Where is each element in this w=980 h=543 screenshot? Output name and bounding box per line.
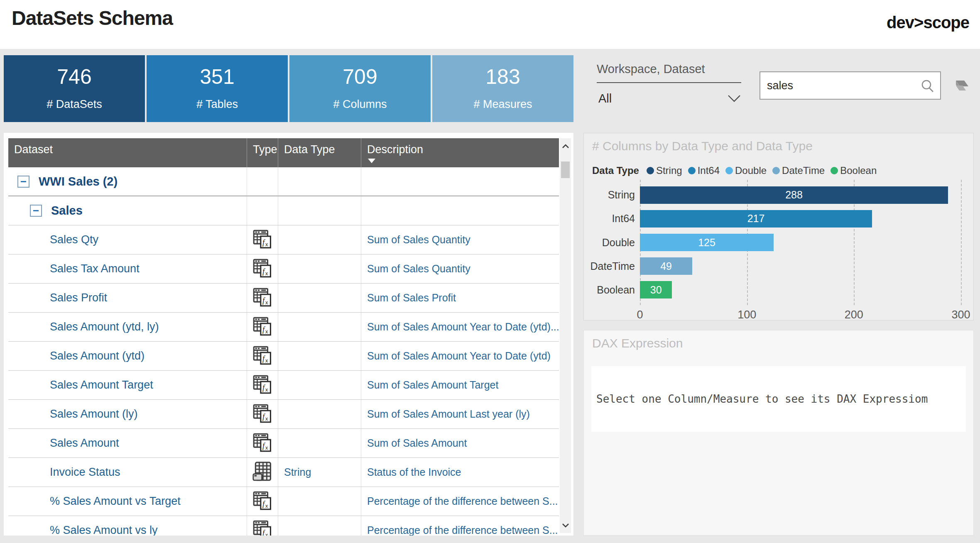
- group-name: Sales: [51, 204, 83, 218]
- category-tick-label: Double: [592, 230, 640, 254]
- legend-item-boolean[interactable]: Boolean: [831, 165, 877, 176]
- bar-value-label: 125: [698, 237, 715, 249]
- bar-int64[interactable]: 217: [640, 210, 872, 227]
- category-tick-label: String: [592, 183, 640, 207]
- legend-label: DateTime: [782, 165, 825, 176]
- slicer-title-underline: [597, 82, 741, 83]
- table-row[interactable]: Sales Amount (ly)fxSum of Sales Amount L…: [8, 400, 559, 429]
- table-row[interactable]: Invoice StatusStringStatus of the Invoic…: [8, 458, 559, 487]
- svg-text:x: x: [265, 445, 268, 450]
- table-row[interactable]: Sales Amount TargetfxSum of Sales Amount…: [8, 371, 559, 400]
- svg-text:x: x: [265, 299, 268, 305]
- table-row[interactable]: % Sales Amount vs TargetfxPercentage of …: [8, 487, 559, 516]
- bar-value-label: 49: [660, 260, 672, 272]
- column-header-data-type[interactable]: Data Type: [278, 138, 361, 167]
- chart-legend: Data Type StringInt64DoubleDateTimeBoole…: [592, 165, 877, 176]
- bar-value-label: 217: [747, 213, 765, 225]
- measure-fx-icon: fx: [252, 286, 273, 310]
- collapse-minus-icon[interactable]: [30, 205, 42, 217]
- legend-dot-icon: [688, 167, 696, 174]
- dataset-item-name: Sales Amount (ly): [50, 408, 138, 421]
- legend-label: String: [656, 165, 682, 176]
- search-icon[interactable]: [920, 79, 935, 94]
- table-row[interactable]: Sales AmountfxSum of Sales Amount: [8, 429, 559, 458]
- data-type-value: String: [284, 466, 311, 478]
- svg-text:x: x: [265, 328, 268, 334]
- measure-fx-icon: fx: [252, 489, 273, 514]
- page-title: DataSets Schema: [12, 7, 173, 29]
- kpi-value: 183: [485, 66, 520, 87]
- chart-plot-area: StringInt64DoubleDateTimeBoolean 2882171…: [592, 183, 961, 302]
- chart-title: # Columns by Data Type and Data Type: [592, 139, 813, 153]
- column-header-description[interactable]: Description: [361, 138, 559, 167]
- legend-dot-icon: [647, 167, 654, 174]
- category-tick-label: DateTime: [592, 254, 640, 278]
- table-row[interactable]: Sales QtyfxSum of Sales Quantity: [8, 225, 559, 254]
- legend-item-int64[interactable]: Int64: [688, 165, 720, 176]
- table-row[interactable]: % Sales Amount vs lyfxPercentage of the …: [8, 516, 559, 536]
- legend-dot-icon: [772, 167, 780, 174]
- dax-panel-title: DAX Expression: [592, 336, 683, 350]
- kpi-label: # Measures: [473, 98, 532, 111]
- legend-item-double[interactable]: Double: [725, 165, 767, 176]
- dax-expression-box: Select one Column/Measure to see its DAX…: [591, 366, 966, 432]
- category-tick-label: Boolean: [592, 278, 640, 302]
- scrollbar-thumb[interactable]: [561, 161, 570, 178]
- legend-item-datetime[interactable]: DateTime: [772, 165, 825, 176]
- value-axis-tick-label: 100: [737, 308, 756, 321]
- measure-fx-icon: fx: [252, 431, 273, 455]
- dataset-item-name: Sales Amount Target: [50, 379, 153, 391]
- legend-item-string[interactable]: String: [647, 165, 682, 176]
- column-header-dataset[interactable]: Dataset: [8, 138, 247, 167]
- bar-boolean[interactable]: 30: [640, 281, 672, 298]
- table-row[interactable]: Sales Tax AmountfxSum of Sales Quantity: [8, 254, 559, 284]
- sort-descending-icon: [368, 159, 375, 163]
- bar-double[interactable]: 125: [640, 234, 774, 251]
- description-value: Sum of Sales Quantity: [367, 263, 470, 275]
- dataset-item-name: Sales Amount (ytd): [50, 350, 145, 362]
- columns-by-datatype-chart: # Columns by Data Type and Data Type Dat…: [583, 133, 974, 320]
- eraser-icon[interactable]: [950, 78, 969, 95]
- legend-title: Data Type: [592, 165, 639, 176]
- measure-fx-icon: fx: [252, 344, 273, 368]
- legend-dot-icon: [725, 167, 733, 174]
- collapse-minus-icon[interactable]: [17, 176, 29, 188]
- dataset-item-name: % Sales Amount vs ly: [50, 524, 158, 536]
- description-value: Sum of Sales Amount Year to Date (ytd): [367, 350, 551, 362]
- svg-text:x: x: [265, 241, 268, 247]
- description-value: Sum of Sales Amount Target: [367, 379, 498, 391]
- workspace-dataset-dropdown[interactable]: All: [597, 88, 741, 109]
- dataset-item-name: Sales Amount: [50, 437, 119, 450]
- svg-text:x: x: [265, 270, 268, 276]
- value-axis-tick-label: 0: [637, 308, 643, 321]
- category-tick-label: Int64: [592, 207, 640, 230]
- scroll-down-arrow-icon[interactable]: [560, 519, 571, 531]
- table-row[interactable]: Sales Amount (ytd)fxSum of Sales Amount …: [8, 342, 559, 371]
- legend-dot-icon: [831, 167, 838, 174]
- chevron-down-icon: [727, 94, 741, 103]
- schema-table-panel: Dataset Type Data Type Description WWI S…: [4, 133, 573, 536]
- dax-expression-panel: DAX Expression Select one Column/Measure…: [583, 330, 974, 536]
- bar-string[interactable]: 288: [640, 186, 948, 204]
- table-row[interactable]: Sales ProfitfxSum of Sales Profit: [8, 284, 559, 313]
- column-header-type[interactable]: Type: [247, 138, 278, 167]
- value-axis: 0100200300: [640, 308, 961, 323]
- search-input[interactable]: [760, 72, 940, 99]
- dropdown-selected-value: All: [597, 92, 612, 105]
- bar-datetime[interactable]: 49: [640, 257, 692, 275]
- schema-table: Dataset Type Data Type Description WWI S…: [8, 138, 559, 536]
- group-name: WWI Sales (2): [39, 175, 118, 188]
- table-row[interactable]: WWI Sales (2): [8, 167, 559, 196]
- dataset-item-name: Invoice Status: [50, 466, 120, 479]
- measure-fx-icon: fx: [252, 228, 273, 252]
- description-value: Sum of Sales Quantity: [367, 234, 470, 246]
- app-header: DataSets Schema dev>scope: [0, 0, 980, 49]
- dataset-item-name: Sales Profit: [50, 291, 107, 304]
- table-row[interactable]: Sales: [8, 196, 559, 225]
- kpi-card-band: 746# DataSets351# Tables709# Columns183#…: [4, 55, 573, 122]
- table-row[interactable]: Sales Amount (ytd, ly)fxSum of Sales Amo…: [8, 313, 559, 342]
- kpi-label: # Tables: [196, 98, 238, 111]
- scroll-up-arrow-icon[interactable]: [560, 140, 571, 152]
- kpi-card-measures: 183# Measures: [432, 55, 573, 122]
- table-scrollbar[interactable]: [560, 138, 571, 533]
